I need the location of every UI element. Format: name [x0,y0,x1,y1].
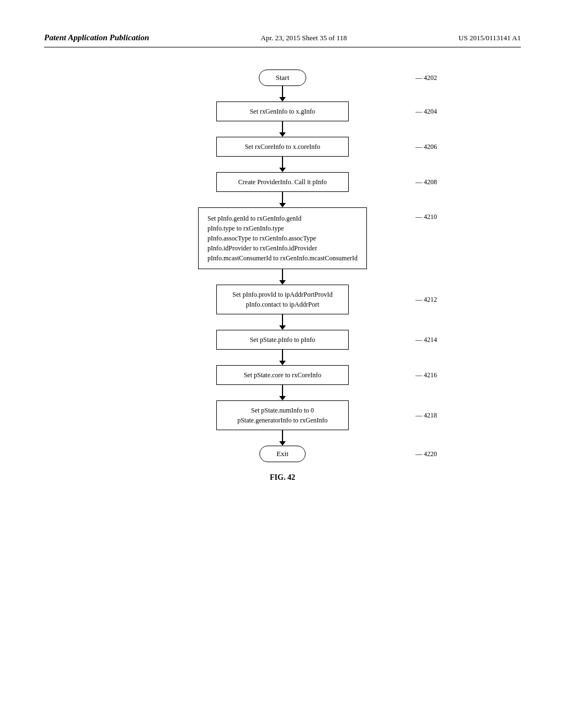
node-4218: Set pState.numInfo to 0 pState.generator… [216,400,349,430]
node-wrapper-4202: Start — 4202 [167,69,398,86]
arrow-1 [279,86,286,101]
label-4214: — 4214 [415,336,437,344]
node-wrapper-4210: Set pInfo.genId to rxGenInfo.genId pInfo… [167,207,398,269]
label-4212: — 4212 [415,296,437,304]
publication-title: Patent Application Publication [44,33,149,42]
arrow-9 [279,430,286,446]
node-4216: Set pState.core to rxCoreInfo [216,365,349,385]
node-wrapper-4204: Set rxGenInfo to x.gInfo — 4204 [167,101,398,121]
label-4208: — 4208 [415,178,437,186]
label-4210: — 4210 [415,213,437,221]
node-start: Start [259,69,307,86]
page-header: Patent Application Publication Apr. 23, … [44,33,521,47]
label-4216: — 4216 [415,371,437,379]
node-wrapper-4218: Set pState.numInfo to 0 pState.generator… [167,400,398,430]
flowchart: Start — 4202 Set rxGenInfo to x.gInfo — … [167,69,398,462]
label-4204: — 4204 [415,108,437,116]
publication-date-sheet: Apr. 23, 2015 Sheet 35 of 118 [261,34,347,42]
label-4218: — 4218 [415,411,437,420]
node-4206: Set rxCoreInfo to x.coreInfo [216,137,349,157]
node-exit: Exit [259,446,306,462]
page: Patent Application Publication Apr. 23, … [0,0,565,728]
arrow-8 [279,385,286,400]
figure-caption: FIG. 42 [270,473,295,482]
arrow-6 [279,314,286,330]
node-wrapper-4220: Exit — 4220 [167,446,398,462]
label-4220: — 4220 [415,450,437,458]
diagram-area: Start — 4202 Set rxGenInfo to x.gInfo — … [44,69,521,482]
node-4210: Set pInfo.genId to rxGenInfo.genId pInfo… [198,207,367,269]
label-4206: — 4206 [415,143,437,151]
node-wrapper-4216: Set pState.core to rxCoreInfo — 4216 [167,365,398,385]
node-wrapper-4214: Set pState.pInfo to pInfo — 4214 [167,330,398,350]
node-4214: Set pState.pInfo to pInfo [216,330,349,350]
arrow-4 [279,192,286,207]
label-4202: — 4202 [415,74,437,82]
node-wrapper-4206: Set rxCoreInfo to x.coreInfo — 4206 [167,137,398,157]
arrow-3 [279,157,286,172]
node-4212: Set pInfo.provId to ipAddrPortProvId pIn… [216,285,349,314]
arrow-2 [279,121,286,137]
node-4204: Set rxGenInfo to x.gInfo [216,101,349,121]
arrow-5 [279,269,286,285]
node-wrapper-4208: Create ProviderInfo. Call it pInfo — 420… [167,172,398,192]
node-wrapper-4212: Set pInfo.provId to ipAddrPortProvId pIn… [167,285,398,314]
publication-number: US 2015/0113141 A1 [459,34,521,42]
arrow-7 [279,350,286,365]
node-4208: Create ProviderInfo. Call it pInfo [216,172,349,192]
